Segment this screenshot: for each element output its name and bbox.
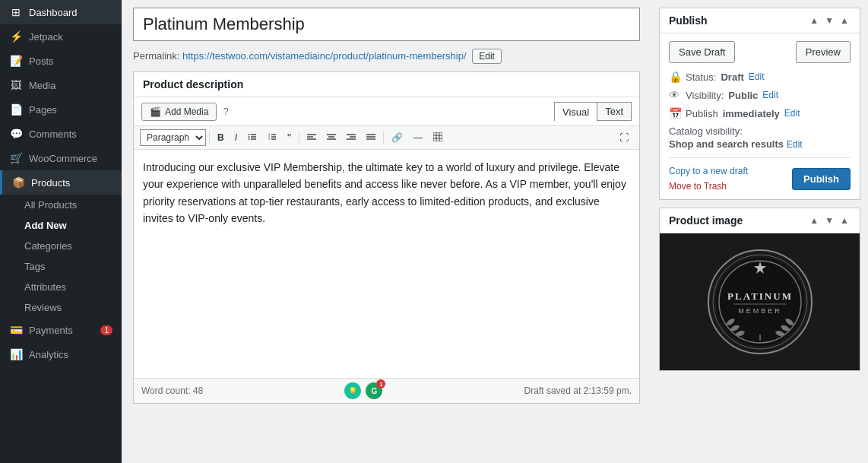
- publish-meta: 🔒 Status: Draft Edit 👁 Visibility: Publi…: [669, 71, 851, 150]
- status-edit-link[interactable]: Edit: [749, 71, 765, 82]
- grammarly-lamp-icon[interactable]: 💡: [344, 382, 361, 399]
- ul-button[interactable]: [243, 131, 261, 145]
- sidebar-item-comments[interactable]: 💬 Comments: [0, 122, 122, 146]
- sidebar-item-payments[interactable]: 💳 Payments 1: [0, 318, 122, 342]
- sidebar-item-products[interactable]: 📦 Products: [0, 170, 122, 195]
- more-button[interactable]: —: [409, 131, 427, 144]
- visibility-edit-link[interactable]: Edit: [762, 90, 778, 100]
- italic-button[interactable]: I: [230, 131, 242, 144]
- platinum-badge-svg: PLATINUM MEMBER: [703, 245, 817, 359]
- visual-tab[interactable]: Visual: [554, 102, 597, 121]
- dashboard-icon: ⊞: [9, 6, 23, 18]
- analytics-icon: 📊: [9, 348, 23, 360]
- align-right-button[interactable]: [342, 131, 360, 145]
- status-value: Draft: [721, 71, 743, 83]
- grammarly-badge: 1: [376, 379, 385, 388]
- move-trash-link[interactable]: Move to Trash: [669, 181, 727, 192]
- sidebar-item-label: Jetpack: [29, 31, 63, 43]
- publish-time-edit-link[interactable]: Edit: [784, 108, 800, 119]
- svg-point-4: [249, 136, 250, 138]
- product-image-preview[interactable]: PLATINUM MEMBER: [660, 233, 860, 370]
- comments-icon: 💬: [9, 128, 23, 140]
- blockquote-button[interactable]: ": [283, 130, 296, 145]
- publish-title: Publish: [669, 14, 708, 27]
- permalink-url[interactable]: https://testwoo.com/vistamediainc/produc…: [182, 50, 467, 62]
- editor-box: Product description 🎬 Add Media ? Visual…: [133, 71, 640, 404]
- preview-button[interactable]: Preview: [796, 41, 851, 63]
- sidebar-item-posts[interactable]: 📝 Posts: [0, 49, 122, 73]
- table-button[interactable]: [429, 131, 447, 145]
- svg-text:MEMBER: MEMBER: [738, 307, 782, 315]
- copy-draft-link[interactable]: Copy to a new draft: [669, 166, 748, 176]
- status-icon: 🔒: [669, 71, 681, 83]
- add-media-button[interactable]: 🎬 Add Media: [141, 103, 217, 121]
- fullscreen-button[interactable]: ⛶: [615, 131, 633, 144]
- publish-button[interactable]: Publish: [792, 168, 851, 190]
- sidebar-subitem-all-products[interactable]: All Products: [0, 195, 122, 215]
- payments-badge: 1: [100, 325, 112, 335]
- sidebar-item-analytics[interactable]: 📊 Analytics: [0, 342, 122, 366]
- sidebar-subitem-add-new[interactable]: Add New: [0, 215, 122, 236]
- permalink-row: Permalink: https://testwoo.com/vistamedi…: [133, 49, 640, 64]
- status-label: Status:: [686, 71, 716, 83]
- permalink-edit-button[interactable]: Edit: [472, 49, 502, 64]
- catalog-edit-link[interactable]: Edit: [787, 139, 803, 150]
- sidebar-subitem-categories[interactable]: Categories: [0, 236, 122, 256]
- align-justify-button[interactable]: [362, 131, 380, 145]
- catalog-value: Shop and search results: [669, 138, 784, 150]
- sidebar-subitem-reviews[interactable]: Reviews: [0, 297, 122, 318]
- right-sidebar: Publish ▲ ▼ ▲ Save Draft Preview 🔒 Statu…: [651, 0, 868, 463]
- sidebar-item-dashboard[interactable]: ⊞ Dashboard: [0, 0, 122, 24]
- sidebar-subitem-tags[interactable]: Tags: [0, 256, 122, 277]
- sidebar-item-label: Dashboard: [29, 7, 78, 18]
- divider: [383, 131, 384, 144]
- product-title-input[interactable]: [133, 8, 640, 41]
- posts-icon: 📝: [9, 55, 23, 67]
- visibility-row: 👁 Visibility: Public Edit: [669, 89, 851, 101]
- ol-button[interactable]: 123: [263, 131, 281, 145]
- word-count-label: Word count:: [141, 385, 193, 396]
- link-button[interactable]: 🔗: [387, 131, 407, 144]
- metabox-controls: ▲ ▼ ▲: [808, 15, 851, 26]
- publish-label: Publish: [686, 108, 718, 119]
- close-metabox-button[interactable]: ▲: [838, 15, 851, 26]
- product-image-collapse-down[interactable]: ▼: [823, 215, 835, 226]
- sidebar-item-label: Pages: [29, 104, 57, 116]
- visibility-label: Visibility:: [686, 90, 724, 101]
- align-center-button[interactable]: [322, 131, 341, 145]
- editor-text: Introducing our exclusive VIP Membership…: [143, 159, 630, 227]
- product-image-container[interactable]: PLATINUM MEMBER: [660, 233, 860, 370]
- product-image-close[interactable]: ▲: [838, 215, 851, 226]
- catalog-label: Catalog visibility:: [669, 125, 743, 137]
- grammarly-g-icon[interactable]: G 1: [366, 382, 382, 399]
- sidebar-subitem-attributes[interactable]: Attributes: [0, 277, 122, 297]
- payments-icon: 💳: [9, 324, 23, 336]
- sidebar-item-media[interactable]: 🖼 Media: [0, 73, 122, 97]
- svg-point-31: [716, 258, 804, 346]
- sidebar-item-pages[interactable]: 📄 Pages: [0, 97, 122, 122]
- collapse-down-button[interactable]: ▼: [823, 15, 835, 26]
- save-draft-button[interactable]: Save Draft: [669, 41, 735, 63]
- word-count-value: 48: [193, 385, 203, 396]
- sidebar-item-label: Payments: [29, 325, 73, 336]
- add-media-icon: 🎬: [150, 106, 161, 117]
- sidebar-item-label: Media: [29, 80, 55, 91]
- sidebar-item-woocommerce[interactable]: 🛒 WooCommerce: [0, 146, 122, 170]
- editor-footer: Word count: 48 💡 G 1 Draft saved at 2:13…: [134, 378, 639, 403]
- publish-bottom: Copy to a new draft Move to Trash Publis…: [669, 157, 851, 192]
- bold-button[interactable]: B: [213, 131, 229, 144]
- publish-metabox: Publish ▲ ▼ ▲ Save Draft Preview 🔒 Statu…: [659, 8, 860, 200]
- sidebar-item-label: Products: [31, 177, 70, 189]
- sidebar-item-jetpack[interactable]: ⚡ Jetpack: [0, 24, 122, 49]
- align-left-button[interactable]: [303, 131, 321, 145]
- publish-metabox-body: Save Draft Preview 🔒 Status: Draft Edit …: [660, 33, 860, 199]
- editor-content-area[interactable]: Introducing our exclusive VIP Membership…: [134, 150, 639, 378]
- text-tab[interactable]: Text: [597, 102, 632, 121]
- sidebar-item-label: Analytics: [29, 349, 68, 360]
- collapse-up-button[interactable]: ▲: [808, 15, 820, 26]
- sidebar-item-label: WooCommerce: [29, 153, 97, 164]
- paragraph-select[interactable]: Paragraph: [140, 129, 206, 146]
- media-icon: 🖼: [9, 79, 23, 91]
- product-image-collapse-up[interactable]: ▲: [808, 215, 820, 226]
- calendar-icon: 📅: [669, 107, 681, 119]
